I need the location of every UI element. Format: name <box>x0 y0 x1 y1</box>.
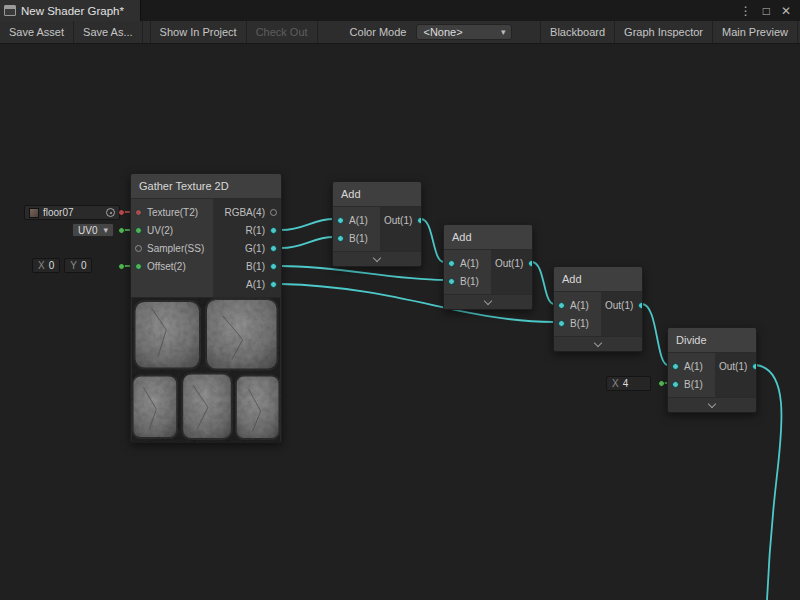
input-port-a[interactable] <box>337 217 344 224</box>
shader-graph-window: New Shader Graph* ⋮ □ ✕ Save Asset Save … <box>0 0 800 600</box>
port-label: B(1) <box>349 233 368 244</box>
show-in-project-button[interactable]: Show In Project <box>150 21 247 43</box>
node-collapse-control[interactable] <box>333 251 421 266</box>
input-port-uv[interactable] <box>135 227 142 234</box>
node-add-1[interactable]: Add A(1) B(1) Out(1) <box>332 181 422 267</box>
output-port-out[interactable] <box>417 217 422 224</box>
wire-add3-to-divide <box>642 304 668 365</box>
chevron-down-icon: ▾ <box>103 225 108 235</box>
chevron-down-icon <box>708 399 716 407</box>
wire-g-to-add1-b <box>281 237 334 248</box>
port-label: UV(2) <box>147 225 173 236</box>
output-port-r[interactable] <box>270 227 277 234</box>
port-label: Texture(T2) <box>147 207 198 218</box>
port-label: B(1) <box>570 318 589 329</box>
texture-thumbnail <box>29 208 39 218</box>
port-label: Out(1) <box>495 258 523 269</box>
offset-y-field[interactable]: Y 0 <box>64 258 92 273</box>
node-title: Add <box>333 182 421 207</box>
wire-add1-to-add2 <box>421 219 444 262</box>
port-label: A(1) <box>246 279 265 290</box>
texture-object-field[interactable]: floor07 <box>24 205 120 220</box>
offset-y-label: Y <box>70 260 77 271</box>
node-title: Divide <box>668 328 756 353</box>
port-label: A(1) <box>684 361 703 372</box>
port-label: B(1) <box>460 276 479 287</box>
chevron-down-icon <box>484 296 492 304</box>
output-port-out[interactable] <box>528 260 533 267</box>
shader-graph-icon <box>4 5 16 16</box>
port-label: Out(1) <box>605 300 633 311</box>
maximize-icon[interactable]: □ <box>763 4 770 18</box>
main-preview-toggle-button[interactable]: Main Preview <box>712 21 798 43</box>
port-label: Out(1) <box>384 215 412 226</box>
input-port-a[interactable] <box>558 302 565 309</box>
input-port-b[interactable] <box>672 381 679 388</box>
tab-title: New Shader Graph* <box>21 5 124 17</box>
divide-b-stub-port[interactable] <box>658 380 665 387</box>
node-collapse-control[interactable] <box>668 397 756 412</box>
input-port-sampler[interactable] <box>135 245 142 252</box>
port-label: Out(1) <box>719 361 747 372</box>
texture-stub-port[interactable] <box>118 209 125 216</box>
wire-add2-to-add3 <box>532 262 554 304</box>
node-divide[interactable]: Divide A(1) B(1) Out(1) <box>667 327 757 413</box>
offset-x-field[interactable]: X 0 <box>32 258 60 273</box>
texture-name: floor07 <box>43 207 102 218</box>
node-title: Gather Texture 2D <box>131 174 281 199</box>
input-port-texture[interactable] <box>135 209 142 216</box>
input-port-a[interactable] <box>672 363 679 370</box>
port-label: RGBA(4) <box>224 207 265 218</box>
input-port-b[interactable] <box>558 320 565 327</box>
wire-b-to-add2-b <box>281 266 444 280</box>
uv-channel-dropdown[interactable]: UV0 ▾ <box>72 223 114 237</box>
save-as-button[interactable]: Save As... <box>74 21 143 43</box>
output-port-b[interactable] <box>270 263 277 270</box>
port-label: A(1) <box>349 215 368 226</box>
port-label: B(1) <box>684 379 703 390</box>
input-port-b[interactable] <box>448 278 455 285</box>
node-add-2[interactable]: Add A(1) B(1) Out(1) <box>443 224 533 310</box>
input-port-b[interactable] <box>337 235 344 242</box>
chevron-down-icon <box>594 338 602 346</box>
save-asset-button[interactable]: Save Asset <box>0 21 74 43</box>
output-port-out[interactable] <box>638 302 643 309</box>
window-controls: ⋮ □ ✕ <box>740 0 800 21</box>
offset-stub-port[interactable] <box>118 263 125 270</box>
chevron-down-icon: ▾ <box>501 27 506 37</box>
output-port-out[interactable] <box>752 363 757 370</box>
input-port-a[interactable] <box>448 260 455 267</box>
node-gather-texture-2d[interactable]: Gather Texture 2D Texture(T2) UV(2) Samp… <box>130 173 282 443</box>
blackboard-toggle-button[interactable]: Blackboard <box>540 21 614 43</box>
node-collapse-control[interactable] <box>554 336 642 351</box>
kebab-menu-icon[interactable]: ⋮ <box>740 4 752 18</box>
offset-vector2-field: X 0 Y 0 <box>32 258 92 273</box>
output-port-a[interactable] <box>270 281 277 288</box>
output-port-g[interactable] <box>270 245 277 252</box>
node-add-3[interactable]: Add A(1) B(1) Out(1) <box>553 266 643 352</box>
node-collapse-control[interactable] <box>444 294 532 309</box>
uv-channel-value: UV0 <box>78 225 97 236</box>
close-icon[interactable]: ✕ <box>781 4 791 18</box>
output-port-rgba[interactable] <box>270 209 277 216</box>
toolbar: Save Asset Save As... Show In Project Ch… <box>0 21 800 44</box>
port-label: R(1) <box>246 225 265 236</box>
color-mode-value: <None> <box>423 26 462 38</box>
toolbar-spacer <box>518 21 540 43</box>
wire-layer <box>0 0 800 600</box>
divide-b-x-field[interactable]: X 4 <box>606 376 651 391</box>
port-label: Offset(2) <box>147 261 186 272</box>
graph-inspector-toggle-button[interactable]: Graph Inspector <box>614 21 712 43</box>
input-port-offset[interactable] <box>135 263 142 270</box>
port-label: A(1) <box>460 258 479 269</box>
color-mode-dropdown[interactable]: <None> ▾ <box>416 24 512 40</box>
divide-b-label: X <box>612 378 619 389</box>
color-mode-label: Color Mode <box>318 21 415 43</box>
uv-stub-port[interactable] <box>118 227 125 234</box>
divide-b-value: 4 <box>623 378 645 389</box>
divide-b-field: X 4 <box>606 376 651 391</box>
port-label: G(1) <box>245 243 265 254</box>
tab-new-shader-graph[interactable]: New Shader Graph* <box>0 0 141 21</box>
object-picker-icon[interactable] <box>106 208 115 217</box>
offset-x-value: 0 <box>49 260 55 271</box>
